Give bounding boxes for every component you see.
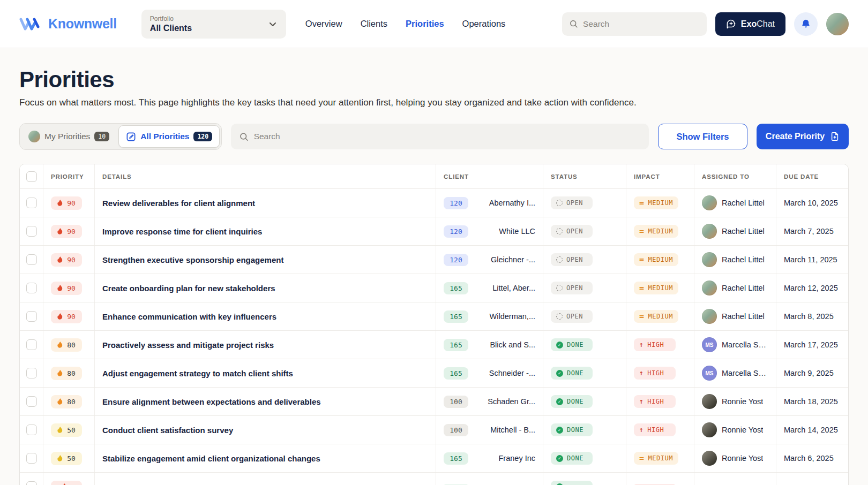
table-row[interactable]: 90 Create onboarding plan for new stakeh… xyxy=(20,274,848,302)
select-all-checkbox[interactable] xyxy=(26,171,37,182)
client-name[interactable]: Wilderman,... xyxy=(490,312,535,321)
nav-link-overview[interactable]: Overview xyxy=(305,19,342,29)
global-search-input[interactable] xyxy=(583,19,699,29)
row-checkbox[interactable] xyxy=(26,453,37,464)
row-checkbox[interactable] xyxy=(26,368,37,378)
nav-link-priorities[interactable]: Priorities xyxy=(406,19,444,29)
exochat-button[interactable]: ExoChat xyxy=(715,12,785,36)
column-header-details[interactable]: DETAILS xyxy=(95,164,436,188)
flame-icon xyxy=(57,285,63,292)
tab-count-badge: 120 xyxy=(193,132,212,141)
client-name[interactable]: Gleichner -... xyxy=(491,255,535,264)
row-checkbox[interactable] xyxy=(26,198,37,208)
client-name[interactable]: Schaden Gr... xyxy=(488,397,535,406)
impact-badge: HIGH xyxy=(634,367,676,380)
brand[interactable]: Knownwell xyxy=(19,16,117,32)
row-checkbox[interactable] xyxy=(26,425,37,435)
row-checkbox[interactable] xyxy=(26,481,37,485)
priority-details[interactable]: Stabilize engagement amid client organiz… xyxy=(95,444,436,472)
priorities-search-input[interactable] xyxy=(254,132,640,141)
column-header-client[interactable]: CLIENT xyxy=(436,164,543,188)
row-checkbox[interactable] xyxy=(26,254,37,265)
nav-link-operations[interactable]: Operations xyxy=(462,19,506,29)
avatar xyxy=(702,309,717,324)
assignee-name: Ronnie Yost xyxy=(722,426,763,434)
table-row[interactable]: 90 Review deliverables for client alignm… xyxy=(20,189,848,217)
row-checkbox[interactable] xyxy=(26,283,37,293)
assignee-name: Rachel Littel xyxy=(722,284,765,292)
column-header-impact[interactable]: IMPACT xyxy=(626,164,694,188)
priority-details[interactable]: Review deliverables for client alignment xyxy=(95,189,436,217)
avatar: MS xyxy=(702,366,717,381)
tab-my-priorities[interactable]: My Priorities 10 xyxy=(21,125,116,148)
status-badge: DONE xyxy=(551,452,593,465)
status-badge: OPEN xyxy=(551,225,593,238)
client-id-badge: 165 xyxy=(444,367,468,380)
row-checkbox[interactable] xyxy=(26,311,37,322)
column-header-assigned-to[interactable]: ASSIGNED TO xyxy=(694,164,776,188)
avatar: MS xyxy=(702,337,717,352)
impact-badge: MEDIUM xyxy=(634,196,678,209)
flame-icon xyxy=(57,200,63,207)
status-badge: DONE xyxy=(551,338,593,351)
priorities-search[interactable] xyxy=(231,124,649,149)
assignee-name: Ronnie Yost xyxy=(722,397,763,406)
table-row[interactable]: 80 Ensure alignment between expectations… xyxy=(20,388,848,416)
table-row[interactable] xyxy=(20,473,848,485)
priority-details[interactable]: Create onboarding plan for new stakehold… xyxy=(95,274,436,302)
status-icon xyxy=(556,427,563,434)
row-checkbox[interactable] xyxy=(26,339,37,350)
nav-link-clients[interactable]: Clients xyxy=(361,19,387,29)
due-date: March 8, 2025 xyxy=(776,302,848,330)
priority-details[interactable]: Enhance communication with key influence… xyxy=(95,302,436,330)
priority-details[interactable]: Strengthen executive sponsorship engagem… xyxy=(95,246,436,274)
priority-details[interactable]: Ensure alignment between expectations an… xyxy=(95,388,436,415)
file-plus-icon xyxy=(830,132,840,141)
table-row[interactable]: 90 Enhance communication with key influe… xyxy=(20,302,848,331)
main-content: Priorities Focus on what matters most. T… xyxy=(0,48,868,485)
tab-all-priorities[interactable]: All Priorities 120 xyxy=(118,125,220,148)
priority-details[interactable]: Adjust engagement strategy to match clie… xyxy=(95,359,436,387)
avatar xyxy=(702,422,717,437)
table-row[interactable]: 80 Proactively assess and mitigate proje… xyxy=(20,331,848,359)
status-icon xyxy=(556,342,563,348)
table-row[interactable]: 50 Stabilize engagement amid client orga… xyxy=(20,444,848,473)
impact-badge: MEDIUM xyxy=(634,225,678,238)
client-name[interactable]: White LLC xyxy=(499,227,535,236)
priority-details[interactable]: Proactively assess and mitigate project … xyxy=(95,331,436,359)
client-name[interactable]: Franey Inc xyxy=(499,454,536,463)
status-badge: DONE xyxy=(551,395,593,408)
priority-details[interactable]: Conduct client satisfaction survey xyxy=(95,416,436,444)
show-filters-button[interactable]: Show Filters xyxy=(658,124,747,149)
column-header-due-date[interactable]: DUE DATE xyxy=(776,164,848,188)
column-header-status[interactable]: STATUS xyxy=(543,164,626,188)
notifications-button[interactable] xyxy=(794,12,818,36)
due-date: March 14, 2025 xyxy=(776,416,848,444)
priority-badge: 80 xyxy=(51,395,82,408)
client-id-badge: 165 xyxy=(444,339,468,351)
user-avatar[interactable] xyxy=(826,13,849,35)
global-search[interactable] xyxy=(562,12,707,36)
client-name[interactable]: Abernathy I... xyxy=(489,199,535,207)
create-priority-button[interactable]: Create Priority xyxy=(757,124,849,149)
client-id-badge: 165 xyxy=(444,282,468,294)
table-row[interactable]: 90 Strengthen executive sponsorship enga… xyxy=(20,246,848,274)
client-name[interactable]: Mitchell - B... xyxy=(490,426,535,434)
priority-badge: 50 xyxy=(51,452,82,465)
priority-details[interactable]: Improve response time for client inquiri… xyxy=(95,217,436,245)
column-header-priority[interactable]: PRIORITY xyxy=(43,164,95,188)
client-name[interactable]: Littel, Aber... xyxy=(492,284,535,292)
row-checkbox[interactable] xyxy=(26,226,37,237)
table-row[interactable]: 90 Improve response time for client inqu… xyxy=(20,217,848,246)
client-name[interactable]: Blick and S... xyxy=(490,340,535,349)
client-name[interactable]: Schneider -... xyxy=(489,369,535,377)
portfolio-selector[interactable]: Portfolio All Clients xyxy=(141,10,286,39)
status-badge xyxy=(551,481,593,485)
portfolio-label: Portfolio xyxy=(150,15,268,22)
table-row[interactable]: 80 Adjust engagement strategy to match c… xyxy=(20,359,848,388)
row-checkbox[interactable] xyxy=(26,396,37,407)
impact-badge: HIGH xyxy=(634,423,676,436)
table-row[interactable]: 50 Conduct client satisfaction survey 10… xyxy=(20,416,848,444)
priority-badge xyxy=(51,481,82,485)
priority-details[interactable] xyxy=(95,473,436,485)
